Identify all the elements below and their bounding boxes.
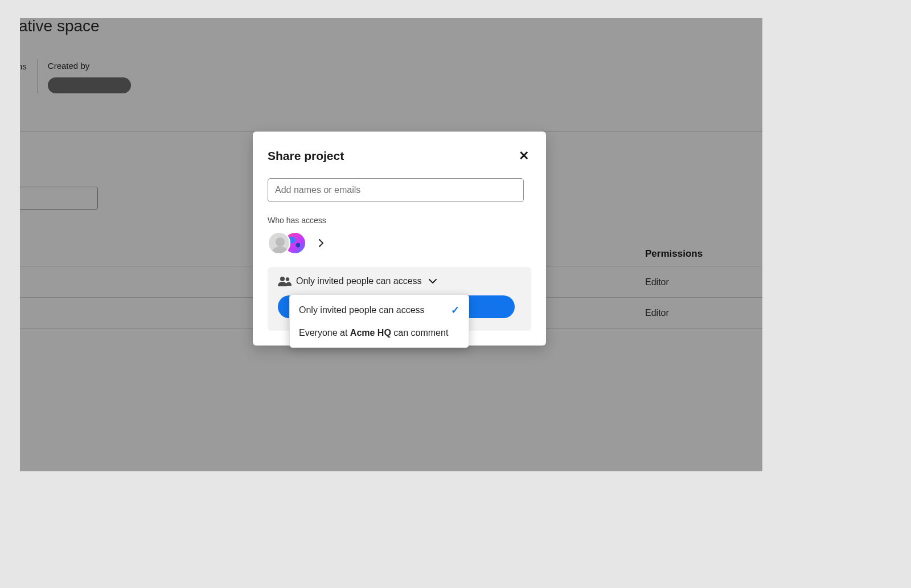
access-selector-label: Only invited people can access — [296, 276, 422, 286]
svg-point-0 — [280, 277, 285, 281]
access-option-org-comment[interactable]: Everyone at Acme HQ can comment — [290, 322, 469, 344]
modal-title: Share project — [268, 149, 344, 163]
check-icon: ✓ — [451, 304, 459, 316]
invite-placeholder: Add names or emails — [275, 185, 360, 195]
svg-point-1 — [286, 277, 289, 281]
avatars — [268, 232, 306, 254]
close-button[interactable]: ✕ — [516, 147, 531, 165]
share-project-modal: Share project ✕ Add names or emails Who … — [253, 131, 546, 346]
access-option-invited-only[interactable]: Only invited people can access ✓ — [290, 298, 469, 322]
chevron-down-icon — [429, 279, 437, 284]
option-label: Only invited people can access — [299, 305, 425, 315]
invite-input[interactable]: Add names or emails — [268, 178, 524, 202]
expand-access-button[interactable] — [314, 236, 328, 250]
access-panel: Only invited people can access Only invi… — [268, 267, 531, 331]
access-avatars-row — [268, 232, 531, 254]
avatar[interactable] — [268, 232, 290, 254]
who-has-access-label: Who has access — [268, 216, 531, 225]
chevron-right-icon — [319, 239, 324, 247]
access-dropdown: Only invited people can access ✓ Everyon… — [289, 294, 469, 348]
option-label: Everyone at Acme HQ can comment — [299, 328, 448, 338]
people-icon — [278, 276, 290, 286]
access-selector[interactable]: Only invited people can access — [278, 276, 521, 286]
close-icon: ✕ — [519, 149, 529, 163]
app-frame: ative space ns Created by Permissions Ed… — [20, 18, 762, 471]
